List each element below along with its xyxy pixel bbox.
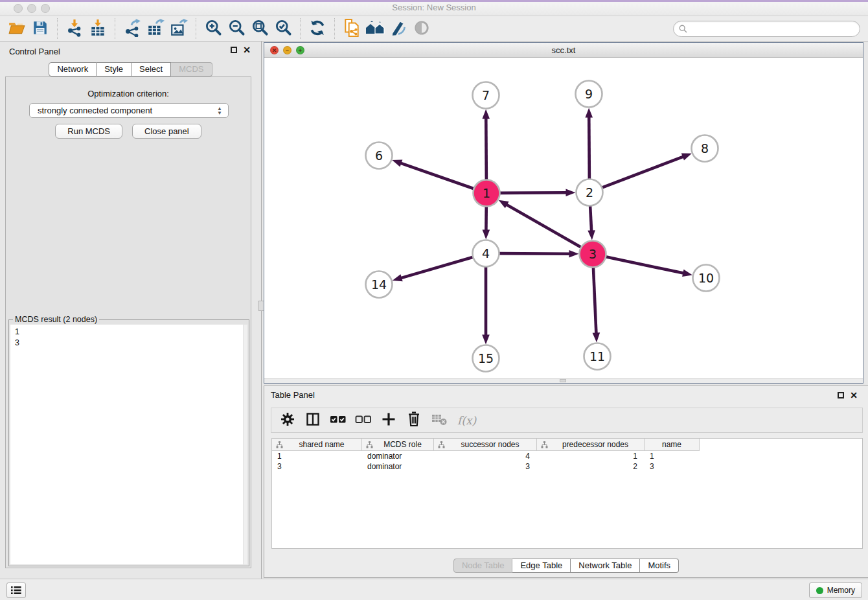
select-all-button[interactable] bbox=[328, 411, 348, 430]
graph-edge-1-4[interactable] bbox=[483, 206, 490, 239]
graph-node-label: 6 bbox=[375, 148, 383, 163]
memory-button[interactable]: Memory bbox=[809, 583, 862, 598]
graph-node-6[interactable]: 6 bbox=[366, 143, 393, 169]
graph-edge-4-14[interactable] bbox=[393, 257, 474, 282]
toolbar-separator bbox=[115, 18, 115, 39]
column-header-successor-nodes[interactable]: successor nodes bbox=[434, 439, 537, 451]
export-image-button[interactable] bbox=[167, 17, 190, 40]
apply-style-button[interactable] bbox=[387, 17, 410, 40]
save-session-button[interactable] bbox=[29, 17, 52, 40]
add-row-button[interactable] bbox=[379, 411, 398, 430]
graph-edge-3-1[interactable] bbox=[499, 200, 582, 248]
graph-edge-3-10[interactable] bbox=[606, 257, 692, 277]
graph-edge-2-9[interactable] bbox=[585, 108, 593, 179]
tab-network[interactable]: Network bbox=[49, 62, 97, 76]
export-network-button[interactable] bbox=[120, 17, 144, 40]
memory-status-icon bbox=[816, 587, 823, 594]
table-cell[interactable]: 2 bbox=[537, 461, 645, 472]
table-row[interactable]: 1dominator411 bbox=[272, 451, 862, 461]
delete-row-button[interactable] bbox=[404, 411, 424, 430]
export-table-icon bbox=[146, 19, 165, 39]
task-history-button[interactable] bbox=[6, 583, 26, 598]
zoom-fit-button[interactable] bbox=[248, 17, 271, 40]
network-canvas[interactable]: 7968124314101511 bbox=[264, 58, 863, 379]
graph-node-8[interactable]: 8 bbox=[692, 135, 718, 162]
mcds-result-group: MCDS result (2 nodes) 13 bbox=[8, 319, 249, 566]
unselect-all-icon bbox=[355, 414, 372, 426]
tab-edge-table[interactable]: Edge Table bbox=[512, 559, 571, 573]
table-cell[interactable]: dominator bbox=[362, 451, 434, 461]
table-cell[interactable]: 3 bbox=[272, 461, 362, 472]
search-icon bbox=[679, 25, 687, 33]
tab-network-table[interactable]: Network Table bbox=[571, 559, 640, 573]
zoom-in-button[interactable] bbox=[201, 17, 225, 40]
import-network-button[interactable] bbox=[63, 17, 86, 40]
graph-edge-4-15[interactable] bbox=[482, 267, 490, 345]
zoom-out-button[interactable] bbox=[225, 17, 248, 40]
column-type-icon bbox=[276, 441, 283, 448]
graph-edge-4-3[interactable] bbox=[499, 250, 578, 258]
table-row[interactable]: 3dominator323 bbox=[272, 461, 862, 472]
graph-edge-1-7[interactable] bbox=[482, 109, 490, 179]
unselect-all-button[interactable] bbox=[354, 411, 373, 430]
refresh-button[interactable] bbox=[306, 17, 329, 40]
add-row-icon bbox=[381, 411, 396, 429]
graph-node-10[interactable]: 10 bbox=[693, 265, 720, 292]
column-header-predecessor-nodes[interactable]: predecessor nodes bbox=[537, 439, 645, 451]
mcds-result-textarea[interactable]: 13 bbox=[10, 325, 247, 564]
function-builder-button: f(x) bbox=[457, 414, 476, 427]
graph-node-7[interactable]: 7 bbox=[473, 82, 499, 109]
column-header-shared-name[interactable]: shared name bbox=[272, 439, 362, 451]
tab-motifs[interactable]: Motifs bbox=[640, 559, 679, 573]
float-table-panel-icon[interactable] bbox=[838, 392, 844, 398]
optimization-criterion-select[interactable]: strongly connected component ▲▼ bbox=[29, 103, 229, 118]
graph-node-14[interactable]: 14 bbox=[366, 271, 393, 298]
graph-edge-1-6[interactable] bbox=[392, 160, 474, 189]
network-window-titlebar[interactable]: ✕ − + scc.txt bbox=[264, 43, 863, 58]
table-cell[interactable]: dominator bbox=[362, 461, 434, 472]
column-header-MCDS-role[interactable]: MCDS role bbox=[362, 439, 434, 451]
close-panel-button[interactable]: Close panel bbox=[132, 124, 201, 139]
graph-node-3[interactable]: 3 bbox=[580, 241, 606, 268]
delete-table-icon bbox=[431, 412, 448, 428]
zoom-selected-button[interactable] bbox=[271, 17, 295, 40]
graph-node-label: 7 bbox=[482, 88, 490, 102]
zoom-selected-icon bbox=[275, 19, 292, 38]
search-input[interactable] bbox=[691, 23, 860, 36]
float-panel-icon[interactable] bbox=[231, 47, 237, 53]
import-table-button[interactable] bbox=[86, 17, 109, 40]
graph-edge-1-2[interactable] bbox=[499, 189, 575, 196]
close-table-panel-icon[interactable]: ✕ bbox=[850, 391, 858, 399]
graph-node-4[interactable]: 4 bbox=[473, 240, 499, 267]
run-mcds-button[interactable]: Run MCDS bbox=[55, 124, 122, 139]
export-table-button[interactable] bbox=[144, 17, 167, 40]
table-cell[interactable]: 1 bbox=[537, 451, 645, 461]
window-resize-handle[interactable] bbox=[560, 379, 566, 382]
table-cell[interactable]: 3 bbox=[434, 461, 537, 472]
table-cell[interactable]: 4 bbox=[434, 451, 537, 461]
graph-node-15[interactable]: 15 bbox=[473, 345, 499, 372]
open-file-button[interactable] bbox=[5, 17, 29, 40]
graph-node-label: 11 bbox=[589, 349, 605, 363]
settings-button[interactable] bbox=[278, 411, 297, 430]
home-button[interactable] bbox=[363, 17, 387, 40]
graph-node-9[interactable]: 9 bbox=[576, 81, 602, 108]
table-cell[interactable]: 1 bbox=[645, 451, 700, 461]
result-scrollbar[interactable] bbox=[243, 325, 247, 564]
table-cell[interactable]: 3 bbox=[645, 461, 700, 472]
graph-edge-2-3[interactable] bbox=[588, 205, 595, 240]
column-header-name[interactable]: name bbox=[645, 439, 700, 451]
close-panel-icon[interactable]: ✕ bbox=[243, 46, 251, 54]
clone-network-button[interactable] bbox=[340, 17, 363, 40]
graph-node-11[interactable]: 11 bbox=[584, 343, 611, 370]
graph-edge-3-11[interactable] bbox=[593, 267, 600, 342]
tab-mcds[interactable]: MCDS bbox=[171, 62, 212, 76]
column-layout-button[interactable] bbox=[303, 411, 323, 430]
graph-node-2[interactable]: 2 bbox=[577, 179, 603, 206]
tab-style[interactable]: Style bbox=[97, 62, 131, 76]
table-cell[interactable]: 1 bbox=[272, 451, 362, 461]
tab-select[interactable]: Select bbox=[131, 62, 171, 76]
graph-edge-2-8[interactable] bbox=[602, 154, 692, 188]
tab-node-table[interactable]: Node Table bbox=[453, 559, 513, 573]
graph-node-1[interactable]: 1 bbox=[474, 180, 500, 207]
